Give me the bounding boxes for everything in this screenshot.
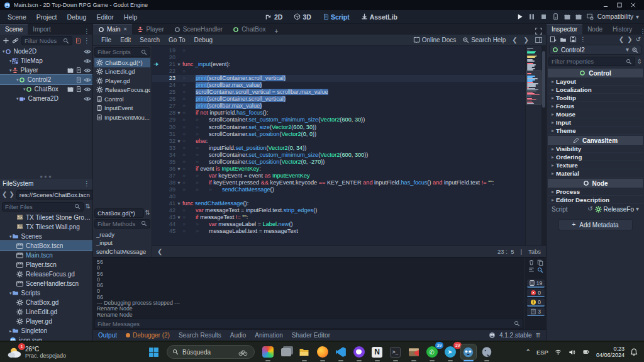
scene-tab-main[interactable]: Main✕ <box>93 24 132 35</box>
code-line-25[interactable]: 25»scrollContainer.scroll_vertical = scr… <box>152 89 525 96</box>
history-forward-icon[interactable]: ❯ <box>627 37 632 43</box>
weather-widget[interactable]: 1 26°C Prac. despejado <box>0 346 145 359</box>
code-line-29[interactable]: 29»»scrollContainer.set_custom_minimum_s… <box>152 116 525 123</box>
script-badge-icon[interactable] <box>75 86 82 93</box>
scene-node-chatbox[interactable]: ▾ChatBox <box>0 84 92 94</box>
code-line-31[interactable]: 31»»scrollContainer.set_position(Vector2… <box>152 131 525 138</box>
code-editor[interactable]: 19»2021▼func _input(event):22»23»print(s… <box>152 46 546 257</box>
code-line-26[interactable]: 26»print(scrollContainer.scroll_vertical… <box>152 96 525 103</box>
section-header-control[interactable]: Control <box>548 69 643 77</box>
inspected-node-select[interactable]: Control2 ▾ <box>549 45 641 55</box>
script-item-inputeventmou-[interactable]: InputEventMou... <box>94 113 150 122</box>
property-group-theme[interactable]: ▸Theme <box>548 127 643 135</box>
bottom-tab-audio[interactable]: Audio <box>230 332 247 339</box>
scene-node-player[interactable]: ▾Player <box>0 65 92 75</box>
taskbar-app-stack[interactable] <box>279 344 294 359</box>
renderer-select[interactable]: Compatibility ▾ <box>597 13 639 20</box>
taskbar-app-vscode[interactable] <box>333 344 348 359</box>
revert-icon[interactable]: ↺ <box>587 206 592 212</box>
script-history-forward-icon[interactable]: ❯ <box>524 37 529 43</box>
expand-all-icon[interactable]: ⇳ <box>637 59 642 65</box>
bottom-tab-search-results[interactable]: Search Results <box>179 332 221 339</box>
taskbar-app-game-tool[interactable] <box>406 344 421 359</box>
taskbar-search[interactable]: Búsqueda <box>167 345 255 359</box>
code-line-32[interactable]: 32▼»else: <box>152 138 525 145</box>
new-scene-tab-button[interactable]: + <box>270 28 282 35</box>
code-line-22[interactable]: 22» <box>152 68 525 75</box>
code-line-21[interactable]: 21▼func _input(event): <box>152 61 525 68</box>
minimize-button[interactable] <box>599 1 613 9</box>
script-property-value[interactable]: ↺ReleaseFo▾ <box>587 206 639 213</box>
copy-output-icon[interactable] <box>537 259 543 266</box>
script-history-back-icon[interactable]: ❮ <box>512 37 517 43</box>
property-group-layout[interactable]: ▸Layout <box>548 77 643 86</box>
file-scripts[interactable]: ▾Scripts <box>0 288 92 298</box>
distraction-free-icon[interactable] <box>535 28 542 35</box>
fold-icon[interactable]: ▼ <box>175 214 182 221</box>
fold-icon[interactable]: ▼ <box>175 110 182 116</box>
filter-scripts-input[interactable]: Filter Scripts <box>94 47 150 57</box>
current-script-select[interactable]: ChatBox.gd(*) <box>94 208 144 218</box>
file-tx-tileset-wall-png[interactable]: TX Tileset Wall.png <box>0 222 92 232</box>
file-releasefocus-gd[interactable]: ReleaseFocus.gd <box>0 269 92 279</box>
clear-output-icon[interactable] <box>528 259 535 266</box>
scene-tab-player[interactable]: Player <box>132 25 169 35</box>
visibility-eye-icon[interactable] <box>84 48 91 55</box>
visibility-eye-icon[interactable] <box>84 67 91 74</box>
code-scrollbar[interactable] <box>541 46 546 246</box>
property-group-visibility[interactable]: ▸Visibility <box>548 145 643 153</box>
tab-import[interactable]: Import <box>28 25 55 35</box>
filter-messages-input[interactable]: Filter Messages <box>94 319 523 329</box>
taskbar-app-explorer[interactable] <box>297 344 312 359</box>
section-header-canvasitem[interactable]: CanvasItem <box>548 136 643 145</box>
menu-help[interactable]: Help <box>119 12 143 22</box>
code-line-19[interactable]: 19» <box>152 47 525 54</box>
bottom-tab-output[interactable]: Output <box>98 332 117 339</box>
file-lineedit-gd[interactable]: LineEdit.gd <box>0 307 92 317</box>
scene-node-camera2d[interactable]: ▾Camera2D <box>0 94 92 103</box>
toggle-scripts-panel-icon[interactable]: ❮ <box>157 249 162 255</box>
property-group-editor-description[interactable]: ▸Editor Description <box>548 196 643 204</box>
code-line-43[interactable]: 43▼»if messageText != "": <box>152 214 525 221</box>
tab-inspector[interactable]: Inspector <box>547 24 582 35</box>
file-tx-tileset-stone-ground-png[interactable]: TX Tileset Stone Ground.png <box>0 213 92 222</box>
script-item-chatbox-gd-[interactable]: ChatBox.gd(*) <box>94 58 150 67</box>
fold-icon[interactable]: ▼ <box>175 61 182 68</box>
property-group-tooltip[interactable]: ▸Tooltip <box>548 94 643 102</box>
instance-scene-button[interactable] <box>12 37 19 44</box>
history-back-icon[interactable]: ❮ <box>619 37 624 43</box>
filesystem-menu-icon[interactable]: ⋮ <box>84 181 90 187</box>
tab-history[interactable]: History <box>608 25 637 35</box>
add-node-button[interactable] <box>3 37 9 44</box>
collapse-duplicates-icon[interactable] <box>528 267 535 273</box>
save-resource-button[interactable] <box>570 36 577 43</box>
property-group-ordering[interactable]: ▸Ordering <box>548 153 643 161</box>
menu-project[interactable]: Project <box>31 12 62 22</box>
workspace-3d[interactable]: 3D <box>289 12 315 22</box>
remote-button[interactable] <box>552 13 559 20</box>
script-item-lineedit-gd[interactable]: LineEdit.gd <box>94 67 150 77</box>
scene-dock-menu-icon[interactable]: ⋮ <box>81 28 92 35</box>
property-group-texture[interactable]: ▸Texture <box>548 161 643 169</box>
property-group-process[interactable]: ▸Process <box>548 188 643 196</box>
minimap-viewport[interactable] <box>526 71 541 105</box>
code-line-38[interactable]: 38▼»»if keyEvent.pressed && keyEvent.key… <box>152 179 525 186</box>
file-chatbox-tscn[interactable]: ChatBox.tscn <box>0 241 92 251</box>
code-line-37[interactable]: 37»»var keyEvent = event as InputEventKe… <box>152 173 525 179</box>
taskbar-app-firefox[interactable] <box>315 344 330 359</box>
battery-icon[interactable] <box>582 349 591 355</box>
property-group-localization[interactable]: ▸Localization <box>548 86 643 94</box>
taskbar-app-postgres[interactable] <box>479 344 494 359</box>
attach-script-button[interactable] <box>75 37 81 44</box>
stop-button[interactable] <box>540 13 547 20</box>
close-button[interactable] <box>626 1 640 9</box>
movie-button[interactable] <box>564 14 570 20</box>
taskbar-app-telegram[interactable]: ➤19 <box>443 344 458 359</box>
output-console[interactable]: 56056086086--- Debugging process stopped… <box>93 257 525 318</box>
scene-tab-chatbox[interactable]: ChatBox <box>228 25 270 35</box>
visibility-eye-icon[interactable] <box>84 95 91 103</box>
file-chatbox-gd[interactable]: ChatBox.gd <box>0 298 92 307</box>
menu-scene[interactable]: Scene <box>3 12 31 22</box>
clock[interactable]: 0:23 04/06/2024 <box>596 346 625 358</box>
expand-bottom-panel-icon[interactable]: ⇈ <box>536 332 541 339</box>
